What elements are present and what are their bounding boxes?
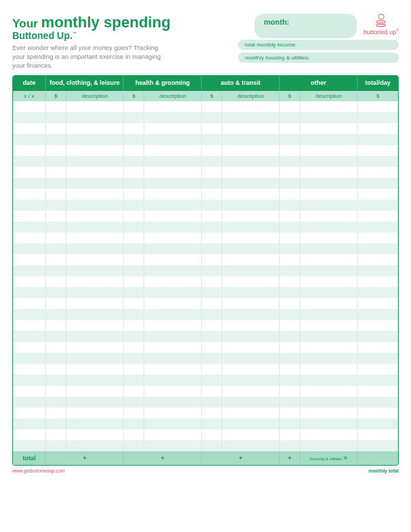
cell[interactable] [300, 254, 357, 265]
cell[interactable] [300, 243, 357, 254]
table-row[interactable] [13, 353, 398, 364]
cell[interactable] [46, 418, 66, 429]
cell[interactable] [300, 101, 357, 112]
cell[interactable] [280, 276, 300, 287]
cell[interactable] [202, 408, 222, 418]
cell[interactable] [144, 178, 201, 189]
cell[interactable] [280, 364, 300, 375]
cell[interactable] [13, 134, 46, 145]
cell[interactable] [280, 167, 300, 178]
table-row[interactable] [13, 178, 398, 189]
table-row[interactable] [13, 145, 398, 156]
cell[interactable] [300, 265, 357, 276]
cell[interactable] [358, 178, 398, 189]
cell[interactable] [358, 265, 398, 276]
cell[interactable] [300, 298, 357, 309]
cell[interactable] [222, 112, 279, 123]
cell[interactable] [46, 112, 66, 123]
cell[interactable] [13, 211, 46, 222]
cell[interactable] [144, 397, 201, 408]
cell[interactable] [222, 342, 279, 353]
cell[interactable] [13, 265, 46, 276]
cell[interactable] [300, 331, 357, 342]
cell[interactable] [66, 397, 123, 408]
cell[interactable] [358, 342, 398, 353]
cell[interactable] [222, 408, 279, 418]
table-row[interactable] [13, 189, 398, 200]
cell[interactable] [202, 353, 222, 364]
cell[interactable] [222, 331, 279, 342]
cell[interactable] [202, 397, 222, 408]
cell[interactable] [280, 134, 300, 145]
cell[interactable] [46, 265, 66, 276]
cell[interactable] [202, 134, 222, 145]
cell[interactable] [13, 167, 46, 178]
cell[interactable] [13, 364, 46, 375]
cell[interactable] [46, 320, 66, 331]
cell[interactable] [202, 309, 222, 320]
cell[interactable] [144, 265, 201, 276]
cell[interactable] [144, 276, 201, 287]
cell[interactable] [144, 386, 201, 397]
cell[interactable] [202, 211, 222, 222]
cell[interactable] [358, 386, 398, 397]
cell[interactable] [300, 429, 357, 440]
cell[interactable] [202, 320, 222, 331]
cell[interactable] [144, 342, 201, 353]
cell[interactable] [124, 178, 144, 189]
cell[interactable] [46, 167, 66, 178]
cell[interactable] [46, 429, 66, 440]
cell[interactable] [300, 418, 357, 429]
cell[interactable] [13, 418, 46, 429]
cell[interactable] [358, 232, 398, 243]
cell[interactable] [66, 134, 123, 145]
cell[interactable] [66, 418, 123, 429]
cell[interactable] [280, 418, 300, 429]
cell[interactable] [280, 331, 300, 342]
cell[interactable] [222, 167, 279, 178]
table-row[interactable] [13, 331, 398, 342]
cell[interactable] [46, 211, 66, 222]
cell[interactable] [46, 243, 66, 254]
cell[interactable] [144, 145, 201, 156]
table-row[interactable] [13, 101, 398, 112]
cell[interactable] [13, 298, 46, 309]
cell[interactable] [222, 397, 279, 408]
cell[interactable] [222, 178, 279, 189]
cell[interactable] [222, 364, 279, 375]
cell[interactable] [46, 342, 66, 353]
cell[interactable] [202, 364, 222, 375]
cell[interactable] [222, 276, 279, 287]
cell[interactable] [202, 440, 222, 451]
cell[interactable] [280, 309, 300, 320]
cell[interactable] [144, 134, 201, 145]
cell[interactable] [358, 408, 398, 418]
cell[interactable] [280, 408, 300, 418]
cell[interactable] [222, 375, 279, 386]
cell[interactable] [300, 276, 357, 287]
table-row[interactable] [13, 375, 398, 386]
cell[interactable] [280, 429, 300, 440]
cell[interactable] [300, 440, 357, 451]
cell[interactable] [280, 145, 300, 156]
cell[interactable] [124, 287, 144, 298]
cell[interactable] [222, 353, 279, 364]
cell[interactable] [144, 408, 201, 418]
cell[interactable] [202, 167, 222, 178]
cell[interactable] [46, 298, 66, 309]
cell[interactable] [202, 287, 222, 298]
cell[interactable] [300, 375, 357, 386]
cell[interactable] [144, 429, 201, 440]
cell[interactable] [144, 309, 201, 320]
cell[interactable] [222, 386, 279, 397]
cell[interactable] [358, 101, 398, 112]
cell[interactable] [202, 375, 222, 386]
cell[interactable] [300, 386, 357, 397]
table-row[interactable] [13, 156, 398, 167]
cell[interactable] [124, 189, 144, 200]
cell[interactable] [66, 353, 123, 364]
cell[interactable] [300, 232, 357, 243]
table-row[interactable] [13, 364, 398, 375]
cell[interactable] [124, 440, 144, 451]
cell[interactable] [66, 440, 123, 451]
